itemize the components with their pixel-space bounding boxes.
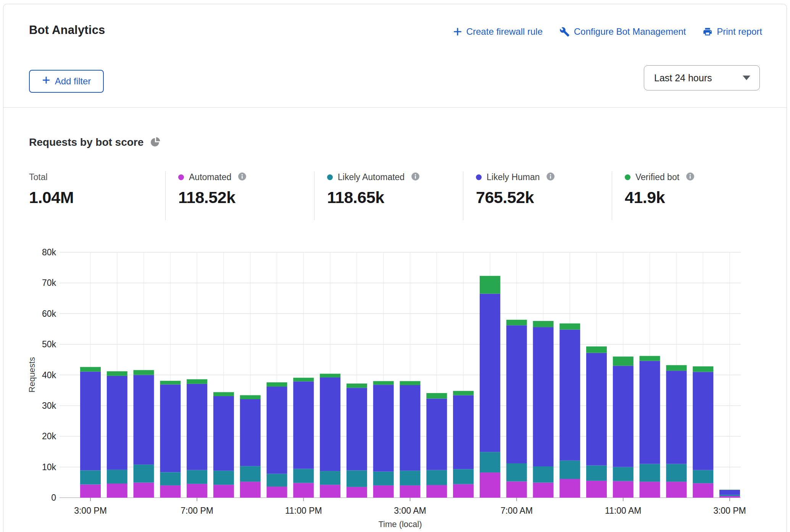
bar-segment[interactable] [453,395,474,469]
bar-hour-3-00-AM[interactable] [400,381,420,498]
bar-segment[interactable] [320,377,340,471]
bar-segment[interactable] [320,471,340,485]
bar-segment[interactable] [400,381,420,385]
bar-segment[interactable] [506,320,527,325]
bar-hour-10-00-AM[interactable] [586,347,607,498]
bar-segment[interactable] [506,463,527,481]
time-range-select[interactable]: Last 24 hours [644,65,760,90]
bar-segment[interactable] [213,471,234,485]
bar-segment[interactable] [586,481,607,498]
bar-segment[interactable] [666,464,687,482]
bar-segment[interactable] [293,378,314,382]
bar-segment[interactable] [533,483,553,498]
bar-segment[interactable] [666,371,687,464]
bar-segment[interactable] [640,356,660,361]
bar-segment[interactable] [559,479,580,498]
bar-segment[interactable] [293,469,314,483]
bar-segment[interactable] [107,371,127,376]
bar-segment[interactable] [693,483,713,498]
bar-segment[interactable] [693,470,713,484]
bar-hour-6-00-AM[interactable] [480,276,500,498]
info-icon[interactable] [237,172,247,183]
bar-segment[interactable] [267,487,287,498]
bar-segment[interactable] [559,323,580,329]
bar-segment[interactable] [426,393,447,398]
bar-hour-6-00-PM[interactable] [160,381,181,498]
bar-segment[interactable] [240,482,261,498]
bar-segment[interactable] [213,392,234,396]
bar-segment[interactable] [107,376,127,470]
bar-segment[interactable] [160,384,181,472]
bar-hour-3-00-PM[interactable] [80,367,101,498]
bar-segment[interactable] [347,388,367,470]
bar-segment[interactable] [160,381,181,385]
bar-segment[interactable] [240,395,261,399]
bar-segment[interactable] [719,490,740,495]
bar-segment[interactable] [160,472,181,485]
bar-segment[interactable] [267,382,287,387]
bar-segment[interactable] [134,375,154,465]
bar-segment[interactable] [267,387,287,474]
bar-segment[interactable] [533,466,553,483]
bar-segment[interactable] [533,327,553,466]
bar-segment[interactable] [719,496,740,498]
bar-hour-7-00-PM[interactable] [187,379,207,498]
bar-hour-11-00-AM[interactable] [613,356,634,498]
bar-hour-4-00-PM[interactable] [107,371,127,498]
bar-hour-7-00-AM[interactable] [506,320,527,498]
bar-segment[interactable] [160,485,181,498]
bar-segment[interactable] [107,470,127,484]
bar-segment[interactable] [213,396,234,471]
bar-segment[interactable] [453,391,474,395]
bar-segment[interactable] [400,385,420,471]
bar-segment[interactable] [613,366,634,467]
bar-segment[interactable] [453,484,474,498]
bar-segment[interactable] [187,384,207,470]
bar-segment[interactable] [80,470,101,484]
bar-hour-1-00-AM[interactable] [347,384,367,498]
bar-segment[interactable] [240,466,261,482]
bar-segment[interactable] [613,467,634,481]
bar-segment[interactable] [586,466,607,481]
bar-segment[interactable] [80,372,101,471]
bar-segment[interactable] [293,483,314,498]
bar-segment[interactable] [267,474,287,487]
bar-segment[interactable] [559,330,580,461]
bar-segment[interactable] [107,484,127,498]
bar-hour-11-00-PM[interactable] [293,378,314,498]
bar-segment[interactable] [426,398,447,470]
bar-segment[interactable] [613,481,634,498]
bar-hour-2-00-PM[interactable] [693,366,713,498]
bar-segment[interactable] [80,484,101,498]
bar-segment[interactable] [719,490,740,490]
configure-bot-management-button[interactable]: Configure Bot Management [559,26,686,37]
bar-segment[interactable] [400,485,420,498]
bar-segment[interactable] [480,472,500,498]
bar-segment[interactable] [640,464,660,482]
add-filter-button[interactable]: Add filter [29,70,104,93]
bar-hour-5-00-AM[interactable] [453,391,474,498]
bar-hour-8-00-AM[interactable] [533,321,553,498]
bar-segment[interactable] [693,366,713,372]
bar-segment[interactable] [187,484,207,498]
bar-segment[interactable] [640,482,660,498]
bar-segment[interactable] [347,487,367,498]
bar-segment[interactable] [506,325,527,463]
bar-segment[interactable] [373,472,394,485]
bar-segment[interactable] [373,385,394,471]
bar-segment[interactable] [559,461,580,479]
bar-segment[interactable] [373,381,394,385]
bar-hour-10-00-PM[interactable] [267,382,287,498]
bar-segment[interactable] [480,452,500,472]
bar-segment[interactable] [320,485,340,498]
bar-segment[interactable] [373,485,394,498]
bar-segment[interactable] [426,470,447,485]
bar-segment[interactable] [187,379,207,384]
info-icon[interactable] [685,172,695,183]
bar-segment[interactable] [613,356,634,366]
bar-segment[interactable] [134,464,154,482]
bar-segment[interactable] [666,482,687,498]
print-report-button[interactable]: Print report [703,26,762,37]
bar-hour-12-00-AM[interactable] [320,374,340,498]
bar-segment[interactable] [533,321,553,327]
